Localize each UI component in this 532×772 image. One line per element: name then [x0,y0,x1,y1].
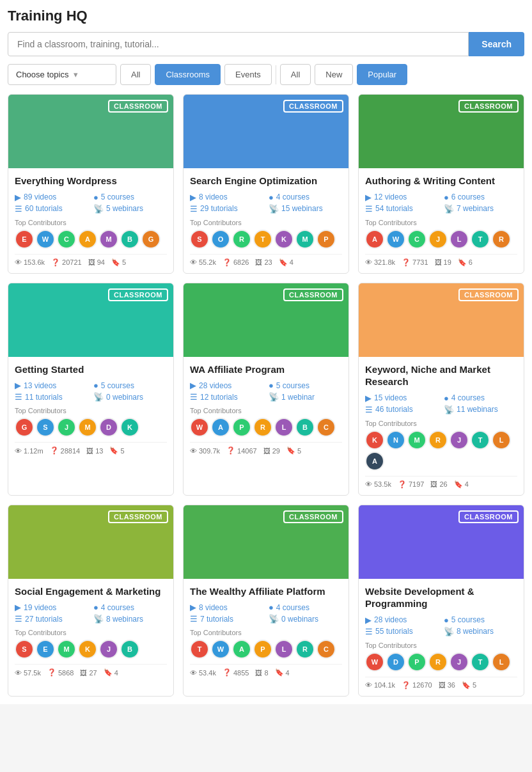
card-banner: CLASSROOM [184,283,348,357]
courses-stat: ● 5 courses [444,615,517,625]
webinars-count: 1 webinar [281,393,315,402]
tutorials-stat: ☰ 54 tutorials [365,204,439,214]
avatar: D [99,418,118,437]
card-stats: ▶ 12 videos ● 6 courses ☰ 54 tutorials 📡… [365,193,517,214]
avatar: W [386,230,405,249]
views-item: 👁 321.8k [365,258,395,267]
filter-new-btn[interactable]: New [315,64,353,85]
video-icon: ▶ [15,381,21,390]
courses-icon: ● [269,193,274,202]
contributors-label: Top Contributors [190,629,342,636]
filter-divider [276,65,276,84]
card-footer: 👁 321.8k ❓ 7731 🖼 19 🔖 6 [365,254,517,267]
contributors-label: Top Contributors [15,219,167,226]
avatar: L [492,652,511,672]
classroom-card[interactable]: CLASSROOM Getting Started ▶ 13 videos ● … [8,283,174,496]
bookmark-icon: 🔖 [109,446,118,455]
avatar: R [295,640,315,659]
question-icon: ❓ [223,668,231,677]
views-count: 1.12m [24,447,43,455]
card-title: Website Development & Programming [365,585,517,610]
courses-icon: ● [444,615,449,625]
avatar: D [386,652,405,672]
filter-all2-btn[interactable]: All [280,64,311,85]
avatars-row: SEMKJB [15,640,167,659]
classroom-card[interactable]: CLASSROOM The Wealthy Affiliate Platform… [183,505,349,697]
classroom-card[interactable]: CLASSROOM Keyword, Niche and Market Rese… [358,283,524,496]
avatar: L [492,430,511,450]
bookmarks-item: 🔖 5 [286,446,301,455]
eye-icon: 👁 [15,447,22,455]
filter-events-btn[interactable]: Events [224,64,272,85]
videos-count: 28 videos [199,381,231,390]
courses-count: 4 courses [276,603,309,612]
avatars-row: TWAPLRC [190,640,342,659]
webinars-icon: 📡 [269,392,279,402]
views-item: 👁 55.2k [190,258,216,267]
tutorials-count: 55 tutorials [375,627,413,636]
questions-count: 20721 [62,258,82,266]
questions-count: 4855 [233,669,249,677]
courses-icon: ● [269,381,274,390]
avatar: M [78,418,97,437]
avatar: R [492,230,511,249]
classroom-card[interactable]: CLASSROOM Authoring & Writing Content ▶ … [358,94,524,274]
contributors-label: Top Contributors [365,642,517,649]
images-item: 🖼 94 [88,258,105,267]
avatar: S [15,640,34,659]
card-title: Authoring & Writing Content [365,175,517,187]
avatar: A [365,230,384,249]
tutorials-stat: ☰ 29 tutorials [190,204,263,214]
topic-dropdown[interactable]: Choose topics ▾ [8,64,116,85]
card-banner: CLASSROOM [359,95,524,168]
tutorials-count: 29 tutorials [200,204,238,213]
courses-stat: ● 6 courses [444,193,517,202]
classroom-card[interactable]: CLASSROOM WA Affiliate Program ▶ 28 vide… [183,283,349,496]
search-input[interactable] [8,32,469,56]
classroom-badge: CLASSROOM [283,100,343,113]
courses-icon: ● [93,381,98,390]
card-footer: 👁 1.12m ❓ 28814 🖼 13 🔖 5 [15,442,167,455]
filter-popular-btn[interactable]: Popular [357,64,407,85]
avatar: R [253,418,272,437]
avatar: A [365,452,384,471]
filter-all-btn[interactable]: All [120,64,151,85]
classroom-card[interactable]: CLASSROOM Everything Wordpress ▶ 89 vide… [8,94,174,274]
bookmarks-item: 🔖 5 [111,258,126,267]
avatars-row: WDPRJTL [365,652,517,672]
questions-count: 14067 [237,447,257,455]
webinars-stat: 📡 0 webinars [269,614,342,624]
filter-classrooms-btn[interactable]: Classrooms [155,64,221,85]
question-icon: ❓ [50,446,59,455]
search-button[interactable]: Search [469,32,524,56]
card-title: WA Affiliate Program [190,363,342,376]
tutorials-count: 12 tutorials [200,393,238,402]
avatar: C [317,418,336,437]
views-count: 57.5k [24,669,41,677]
eye-icon: 👁 [365,480,372,488]
bookmark-icon: 🔖 [286,446,295,455]
tutorials-stat: ☰ 46 tutorials [365,405,439,414]
avatar: M [57,640,76,659]
videos-count: 28 videos [374,615,407,624]
video-icon: ▶ [365,615,372,625]
webinars-count: 15 webinars [281,204,323,213]
videos-count: 13 videos [24,381,56,390]
avatar: W [211,640,230,659]
courses-count: 6 courses [451,193,485,201]
classroom-card[interactable]: CLASSROOM Social Engagement & Marketing … [8,505,174,697]
classroom-card[interactable]: CLASSROOM Search Engine Optimization ▶ 8… [183,94,349,274]
tutorials-icon: ☰ [190,392,198,402]
question-icon: ❓ [402,681,411,689]
questions-item: ❓ 20721 [51,258,82,267]
videos-stat: ▶ 28 videos [365,615,439,625]
card-title: Keyword, Niche and Market Research [365,363,517,388]
classroom-card[interactable]: CLASSROOM Website Development & Programm… [358,505,524,697]
contributors-label: Top Contributors [190,219,342,226]
images-count: 94 [97,258,105,266]
avatar: T [471,230,490,249]
webinars-icon: 📡 [444,204,454,214]
bookmarks-count: 5 [297,447,301,455]
eye-icon: 👁 [365,681,372,689]
webinars-stat: 📡 8 webinars [93,614,167,624]
